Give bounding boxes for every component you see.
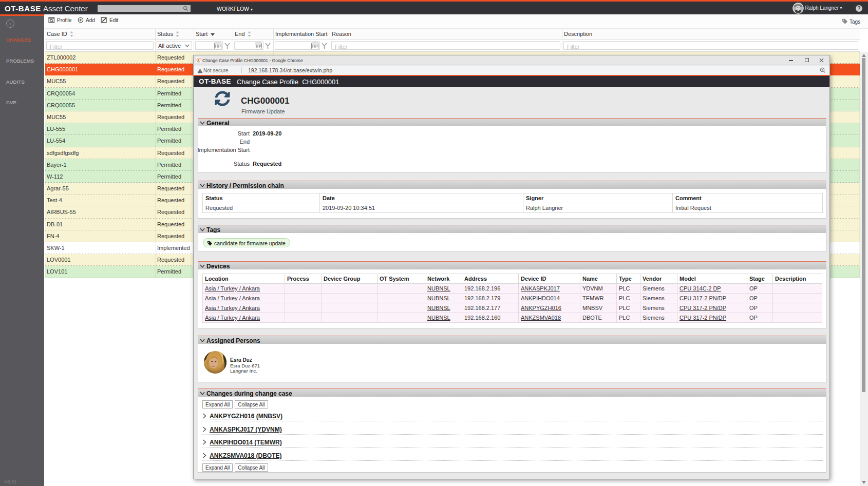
svg-text:OT: OT	[197, 58, 201, 62]
